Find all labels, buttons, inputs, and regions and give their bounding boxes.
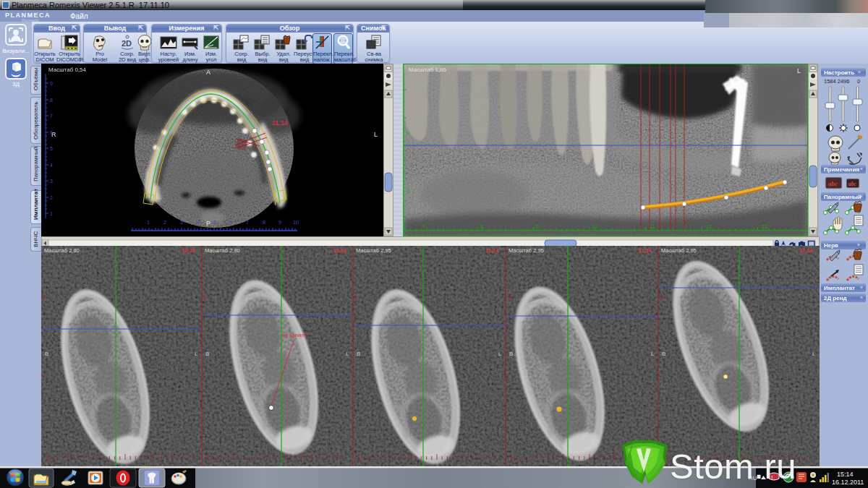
svg-text:A: A [206,69,210,76]
svg-text:2: 2 [407,188,410,193]
svg-text:8: 8 [263,220,265,225]
svg-text:10,75: 10,75 [182,247,195,254]
svg-text:4: 4 [407,131,410,136]
svg-text:13: 13 [762,224,767,229]
svg-text:5: 5 [213,220,216,225]
svg-text:Панорамный: Панорамный [824,194,861,200]
svg-text:«: « [858,69,861,74]
svg-text:10,94: 10,94 [333,247,347,254]
svg-text:P: P [206,220,210,227]
svg-text:Нерв: Нерв [824,242,838,249]
svg-text:1: 1 [47,457,50,462]
svg-text:8: 8 [480,224,483,229]
svg-text:Настроить: Настроить [824,69,854,76]
svg-text:L: L [812,351,816,357]
svg-text:9: 9 [536,224,539,229]
svg-text:не канал?: не канал? [282,332,307,338]
svg-text:6: 6 [229,220,232,225]
svg-text:2D: 2D [122,39,132,48]
svg-text:abc: abc [848,181,857,187]
svg-text:1: 1 [511,457,514,462]
svg-text:B: B [205,351,209,357]
svg-text:5: 5 [50,146,53,151]
svg-text:Имплантат: Имплантат [824,285,855,291]
svg-text:abc: abc [828,180,838,187]
svg-text:0: 0 [857,78,860,85]
svg-text:L: L [374,131,378,138]
svg-text:1: 1 [359,457,362,462]
svg-text:9: 9 [50,81,53,86]
svg-text:L: L [797,67,801,74]
svg-text:B: B [509,351,513,357]
svg-text:2: 2 [163,220,166,225]
svg-text:L: L [195,351,198,357]
svg-text:Масштаб 0,54: Масштаб 0,54 [48,67,87,73]
svg-text:»: » [860,295,863,300]
svg-text:12: 12 [706,224,712,229]
svg-text:2: 2 [205,296,208,301]
svg-text:3: 3 [180,220,183,225]
svg-text:9: 9 [278,220,281,225]
svg-text:Масштаб 2,95: Масштаб 2,95 [661,247,697,254]
svg-text:2: 2 [50,195,53,200]
svg-text:16.12.2011: 16.12.2011 [832,479,864,486]
svg-text:Масштаб 1,86: Масштаб 1,86 [409,67,447,73]
svg-text:»: » [860,285,863,290]
svg-text:B: B [662,351,665,357]
svg-text:L: L [346,351,349,357]
svg-text:10: 10 [293,220,299,225]
svg-text:1584 2496: 1584 2496 [824,78,849,85]
svg-text:3: 3 [50,179,53,184]
svg-text:1: 1 [208,457,210,462]
svg-text:»: » [857,242,860,247]
svg-text:11,14: 11,14 [485,247,499,254]
svg-text:Примечания: Примечания [824,166,860,173]
svg-text:7: 7 [422,224,425,229]
svg-text:2Д ренд: 2Д ренд [824,295,847,301]
svg-text:8: 8 [50,98,53,103]
svg-text:11,54: 11,54 [799,247,813,254]
svg-text:Масштаб 2,80: Масштаб 2,80 [44,247,80,254]
svg-text:Масштаб 2,95: Масштаб 2,95 [356,247,391,254]
svg-text:2: 2 [509,296,511,301]
svg-text:«: « [860,166,863,171]
svg-text:L: L [498,351,502,357]
svg-text:B: B [357,351,360,357]
svg-text:11: 11 [650,224,655,229]
svg-text:2: 2 [43,296,46,301]
svg-text:«: « [860,194,863,199]
svg-text:4: 4 [197,220,200,225]
svg-text:1: 1 [50,211,53,216]
svg-text:Масштаб 2,95: Масштаб 2,95 [509,247,544,254]
svg-text:10: 10 [592,224,597,229]
svg-text:2: 2 [661,296,664,301]
svg-text:6: 6 [50,130,53,135]
svg-text:7: 7 [246,220,249,225]
svg-text:L: L [651,351,655,357]
svg-text:1: 1 [147,220,150,225]
svg-text:Масштаб 2,80: Масштаб 2,80 [205,247,240,254]
svg-text:4: 4 [50,163,53,168]
svg-text:15:14: 15:14 [837,471,854,478]
svg-text:11,14: 11,14 [272,119,288,127]
svg-text:2: 2 [356,296,359,301]
svg-text:11,34: 11,34 [638,247,652,254]
svg-text:B: B [45,351,48,357]
svg-text:7: 7 [50,114,53,119]
